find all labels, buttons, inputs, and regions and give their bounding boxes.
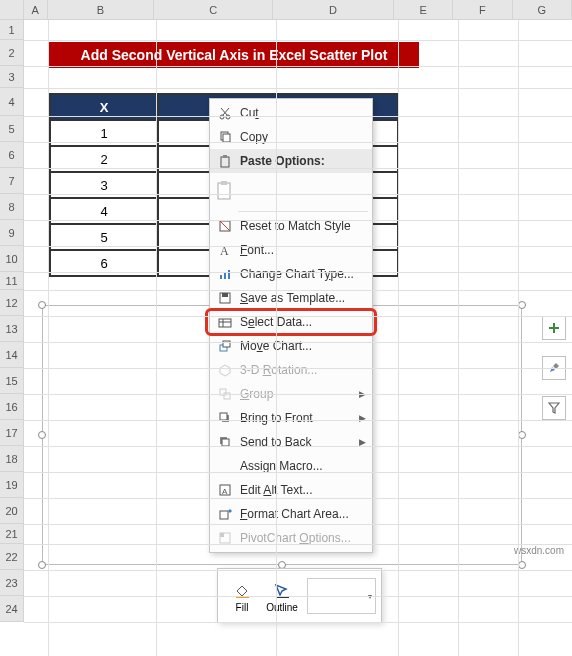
svg-rect-30 (220, 533, 224, 537)
menu-item-pivotchart-options: PivotChart Options... (210, 526, 372, 550)
3d-icon (214, 361, 236, 379)
row-header-19[interactable]: 19 (0, 472, 24, 498)
svg-rect-23 (220, 413, 227, 420)
svg-rect-15 (219, 319, 231, 327)
chart-filters-button[interactable] (542, 396, 566, 420)
row-header-23[interactable]: 23 (0, 570, 24, 596)
menu-item-select-data[interactable]: Select Data... (210, 310, 372, 334)
cut-icon (214, 104, 236, 122)
row-header-8[interactable]: 8 (0, 194, 24, 220)
col-header-E[interactable]: E (394, 0, 453, 19)
menu-label: Save as Template... (240, 291, 366, 305)
clipboard-icon (214, 182, 236, 200)
row-header-16[interactable]: 16 (0, 394, 24, 420)
menu-item-move-chart[interactable]: Move Chart... (210, 334, 372, 358)
col-header-C[interactable]: C (154, 0, 273, 19)
submenu-arrow-icon: ▶ (359, 413, 366, 423)
menu-item-assign-macro[interactable]: Assign Macro... (210, 454, 372, 478)
svg-rect-6 (218, 183, 230, 199)
svg-rect-3 (223, 134, 230, 142)
move-icon (214, 337, 236, 355)
menu-label: Reset to Match Style (240, 219, 366, 233)
fill-icon (233, 578, 251, 602)
col-header-A[interactable]: A (24, 0, 48, 19)
svg-rect-25 (222, 439, 229, 446)
row-header-10[interactable]: 10 (0, 246, 24, 272)
menu-item-change-chart-type[interactable]: Change Chart Type... (210, 262, 372, 286)
menu-label: Paste Options: (240, 154, 366, 168)
menu-label: Change Chart Type... (240, 267, 366, 281)
col-header-B[interactable]: B (48, 0, 155, 19)
funnel-icon (548, 402, 560, 414)
menu-item-reset-to-match-style[interactable]: Reset to Match Style (210, 214, 372, 238)
row-header-1[interactable]: 1 (0, 20, 24, 40)
row-header-24[interactable]: 24 (0, 596, 24, 622)
row-header-15[interactable]: 15 (0, 368, 24, 394)
menu-label: Bring to Front (240, 411, 359, 425)
row-header-5[interactable]: 5 (0, 116, 24, 142)
menu-item-format-chart-area[interactable]: Format Chart Area... (210, 502, 372, 526)
menu-label: PivotChart Options... (240, 531, 366, 545)
menu-label: Edit Alt Text... (240, 483, 366, 497)
row-header-17[interactable]: 17 (0, 420, 24, 446)
menu-item-send-to-back[interactable]: Send to Back▶ (210, 430, 372, 454)
row-header-18[interactable]: 18 (0, 446, 24, 472)
svg-rect-14 (222, 293, 228, 297)
row-header-12[interactable]: 12 (0, 290, 24, 316)
row-header-3[interactable]: 3 (0, 66, 24, 88)
col-header-F[interactable]: F (453, 0, 512, 19)
menu-label: Cut (240, 106, 366, 120)
row-header-13[interactable]: 13 (0, 316, 24, 342)
svg-rect-4 (221, 157, 229, 167)
menu-label: 3-D Rotation... (240, 363, 366, 377)
menu-item-d-rotation: 3-D Rotation... (210, 358, 372, 382)
menu-item-paste-options[interactable]: Paste Options: (210, 149, 372, 173)
copy-icon (214, 128, 236, 146)
back-icon (214, 433, 236, 451)
row-header-6[interactable]: 6 (0, 142, 24, 168)
row-header-9[interactable]: 9 (0, 220, 24, 246)
front-icon (214, 409, 236, 427)
watermark: wsxdn.com (514, 545, 564, 556)
menu-label: Format Chart Area... (240, 507, 366, 521)
menu-item-copy[interactable]: Copy (210, 125, 372, 149)
row-header-11[interactable]: 11 (0, 272, 24, 290)
svg-rect-10 (220, 275, 222, 279)
svg-rect-28 (220, 511, 228, 519)
chart-icon (214, 265, 236, 283)
row-header-2[interactable]: 2 (0, 40, 24, 66)
column-headers: ABCDEFG (0, 0, 572, 20)
title-banner: Add Second Vertical Axis in Excel Scatte… (49, 42, 419, 68)
svg-rect-7 (221, 181, 227, 185)
menu-label: Assign Macro... (240, 459, 366, 473)
menu-item-bring-to-front[interactable]: Bring to Front▶ (210, 406, 372, 430)
row-header-21[interactable]: 21 (0, 524, 24, 544)
svg-text:A: A (222, 487, 228, 496)
svg-rect-11 (224, 272, 226, 279)
menu-label: Select Data... (240, 315, 366, 329)
chart-elements-button[interactable] (542, 316, 566, 340)
plus-icon (548, 322, 560, 334)
font-icon: A (214, 241, 236, 259)
menu-item-cut[interactable]: Cut (210, 101, 372, 125)
row-header-20[interactable]: 20 (0, 498, 24, 524)
select-all-corner[interactable] (0, 0, 24, 19)
col-header-G[interactable]: G (513, 0, 572, 19)
format-icon (214, 505, 236, 523)
row-header-4[interactable]: 4 (0, 88, 24, 116)
col-header-D[interactable]: D (273, 0, 394, 19)
menu-item-font[interactable]: AFont... (210, 238, 372, 262)
alt-icon: A (214, 481, 236, 499)
row-header-7[interactable]: 7 (0, 168, 24, 194)
context-menu: CutCopyPaste Options:Reset to Match Styl… (209, 98, 373, 553)
row-header-22[interactable]: 22 (0, 544, 24, 570)
menu-item-paste-btn (210, 173, 372, 209)
save-icon (214, 289, 236, 307)
svg-rect-5 (223, 155, 227, 158)
row-header-14[interactable]: 14 (0, 342, 24, 368)
